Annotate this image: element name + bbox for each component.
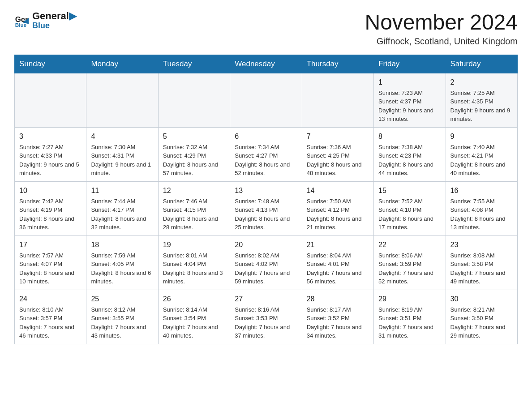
calendar-cell: 11Sunrise: 7:44 AMSunset: 4:17 PMDayligh… xyxy=(86,181,158,235)
daylight-text: Daylight: 8 hours and 21 minutes. xyxy=(307,214,369,232)
logo-blue: Blue xyxy=(32,21,77,30)
calendar-cell: 17Sunrise: 7:57 AMSunset: 4:07 PMDayligh… xyxy=(15,235,86,290)
sunrise-text: Sunrise: 7:44 AM xyxy=(91,197,153,206)
header-saturday: Saturday xyxy=(446,55,517,73)
day-number: 9 xyxy=(450,131,513,142)
daylight-text: Daylight: 8 hours and 13 minutes. xyxy=(450,214,513,232)
day-number: 16 xyxy=(450,185,513,196)
calendar-cell: 27Sunrise: 8:16 AMSunset: 3:53 PMDayligh… xyxy=(230,290,302,344)
week-row-3: 10Sunrise: 7:42 AMSunset: 4:19 PMDayligh… xyxy=(15,181,518,235)
daylight-text: Daylight: 8 hours and 40 minutes. xyxy=(450,160,513,178)
sunset-text: Sunset: 3:58 PM xyxy=(450,260,513,269)
week-row-1: 1Sunrise: 7:23 AMSunset: 4:37 PMDaylight… xyxy=(15,73,518,127)
daylight-text: Daylight: 8 hours and 57 minutes. xyxy=(163,160,225,178)
week-row-5: 24Sunrise: 8:10 AMSunset: 3:57 PMDayligh… xyxy=(15,290,518,344)
day-number: 3 xyxy=(19,131,82,142)
sunset-text: Sunset: 4:10 PM xyxy=(378,206,441,214)
sunset-text: Sunset: 4:04 PM xyxy=(163,260,225,269)
daylight-text: Daylight: 9 hours and 9 minutes. xyxy=(450,106,513,124)
daylight-text: Daylight: 8 hours and 10 minutes. xyxy=(19,269,82,286)
sunrise-text: Sunrise: 8:16 AM xyxy=(235,305,297,314)
daylight-text: Daylight: 7 hours and 34 minutes. xyxy=(307,323,369,340)
sunrise-text: Sunrise: 7:32 AM xyxy=(163,143,225,152)
sunrise-text: Sunrise: 8:21 AM xyxy=(450,305,513,314)
sunset-text: Sunset: 3:59 PM xyxy=(378,260,441,269)
sunset-text: Sunset: 4:21 PM xyxy=(450,151,513,160)
calendar-cell: 14Sunrise: 7:50 AMSunset: 4:12 PMDayligh… xyxy=(302,181,373,235)
day-number: 13 xyxy=(235,185,297,196)
calendar-title-area: November 2024 Giffnock, Scotland, United… xyxy=(365,11,518,47)
sunrise-text: Sunrise: 7:27 AM xyxy=(19,143,82,152)
day-number: 17 xyxy=(19,240,82,250)
calendar-cell: 21Sunrise: 8:04 AMSunset: 4:01 PMDayligh… xyxy=(302,235,373,290)
calendar-cell: 8Sunrise: 7:38 AMSunset: 4:23 PMDaylight… xyxy=(374,127,446,181)
daylight-text: Daylight: 7 hours and 56 minutes. xyxy=(307,269,369,286)
calendar-cell xyxy=(15,73,86,127)
sunset-text: Sunset: 3:57 PM xyxy=(19,314,82,323)
sunrise-text: Sunrise: 7:23 AM xyxy=(378,89,441,98)
calendar-cell: 6Sunrise: 7:34 AMSunset: 4:27 PMDaylight… xyxy=(230,127,302,181)
calendar-cell: 30Sunrise: 8:21 AMSunset: 3:50 PMDayligh… xyxy=(446,290,517,344)
daylight-text: Daylight: 7 hours and 59 minutes. xyxy=(235,269,297,286)
sunset-text: Sunset: 3:54 PM xyxy=(163,314,225,323)
day-number: 24 xyxy=(19,294,82,304)
logo-general: General▶ xyxy=(32,11,77,21)
calendar-cell: 20Sunrise: 8:02 AMSunset: 4:02 PMDayligh… xyxy=(230,235,302,290)
day-number: 10 xyxy=(19,185,82,196)
sunset-text: Sunset: 4:07 PM xyxy=(19,260,82,269)
month-year-title: November 2024 xyxy=(365,11,518,34)
sunset-text: Sunset: 4:33 PM xyxy=(19,151,82,160)
calendar-cell: 12Sunrise: 7:46 AMSunset: 4:15 PMDayligh… xyxy=(158,181,230,235)
day-number: 8 xyxy=(378,131,441,142)
sunrise-text: Sunrise: 7:42 AM xyxy=(19,197,82,206)
calendar-cell: 29Sunrise: 8:19 AMSunset: 3:51 PMDayligh… xyxy=(374,290,446,344)
day-number: 30 xyxy=(450,294,513,304)
daylight-text: Daylight: 8 hours and 32 minutes. xyxy=(91,214,153,232)
sunset-text: Sunset: 3:55 PM xyxy=(91,314,153,323)
daylight-text: Daylight: 7 hours and 46 minutes. xyxy=(19,323,82,340)
day-number: 12 xyxy=(163,185,225,196)
sunset-text: Sunset: 3:50 PM xyxy=(450,314,513,323)
sunrise-text: Sunrise: 7:38 AM xyxy=(378,143,441,152)
day-number: 7 xyxy=(307,131,369,142)
sunset-text: Sunset: 4:31 PM xyxy=(91,151,153,160)
svg-text:Blue: Blue xyxy=(15,22,27,28)
day-number: 4 xyxy=(91,131,153,142)
daylight-text: Daylight: 7 hours and 37 minutes. xyxy=(235,323,297,340)
week-row-4: 17Sunrise: 7:57 AMSunset: 4:07 PMDayligh… xyxy=(15,235,518,290)
day-number: 25 xyxy=(91,294,153,304)
sunset-text: Sunset: 4:13 PM xyxy=(235,206,297,214)
sunrise-text: Sunrise: 7:40 AM xyxy=(450,143,513,152)
sunset-text: Sunset: 3:53 PM xyxy=(235,314,297,323)
logo: General Blue General▶ Blue xyxy=(14,11,77,30)
calendar-cell xyxy=(158,73,230,127)
sunrise-text: Sunrise: 7:52 AM xyxy=(378,197,441,206)
calendar-cell: 19Sunrise: 8:01 AMSunset: 4:04 PMDayligh… xyxy=(158,235,230,290)
sunset-text: Sunset: 3:51 PM xyxy=(378,314,441,323)
sunset-text: Sunset: 4:27 PM xyxy=(235,151,297,160)
daylight-text: Daylight: 8 hours and 44 minutes. xyxy=(378,160,441,178)
calendar-cell: 22Sunrise: 8:06 AMSunset: 3:59 PMDayligh… xyxy=(374,235,446,290)
sunrise-text: Sunrise: 8:01 AM xyxy=(163,251,225,260)
day-number: 1 xyxy=(378,77,441,88)
calendar-cell: 7Sunrise: 7:36 AMSunset: 4:25 PMDaylight… xyxy=(302,127,373,181)
header-wednesday: Wednesday xyxy=(230,55,302,73)
daylight-text: Daylight: 8 hours and 6 minutes. xyxy=(91,269,153,286)
sunrise-text: Sunrise: 7:48 AM xyxy=(235,197,297,206)
location-subtitle: Giffnock, Scotland, United Kingdom xyxy=(365,36,518,47)
daylight-text: Daylight: 8 hours and 36 minutes. xyxy=(19,214,82,232)
calendar-table: SundayMondayTuesdayWednesdayThursdayFrid… xyxy=(14,55,518,344)
sunrise-text: Sunrise: 7:59 AM xyxy=(91,251,153,260)
header-monday: Monday xyxy=(86,55,158,73)
calendar-cell: 28Sunrise: 8:17 AMSunset: 3:52 PMDayligh… xyxy=(302,290,373,344)
day-number: 21 xyxy=(307,240,369,250)
sunrise-text: Sunrise: 7:30 AM xyxy=(91,143,153,152)
sunset-text: Sunset: 4:17 PM xyxy=(91,206,153,214)
calendar-cell xyxy=(302,73,373,127)
day-number: 2 xyxy=(450,77,513,88)
daylight-text: Daylight: 9 hours and 13 minutes. xyxy=(378,106,441,124)
calendar-cell xyxy=(86,73,158,127)
sunrise-text: Sunrise: 7:46 AM xyxy=(163,197,225,206)
calendar-cell: 18Sunrise: 7:59 AMSunset: 4:05 PMDayligh… xyxy=(86,235,158,290)
calendar-cell: 13Sunrise: 7:48 AMSunset: 4:13 PMDayligh… xyxy=(230,181,302,235)
